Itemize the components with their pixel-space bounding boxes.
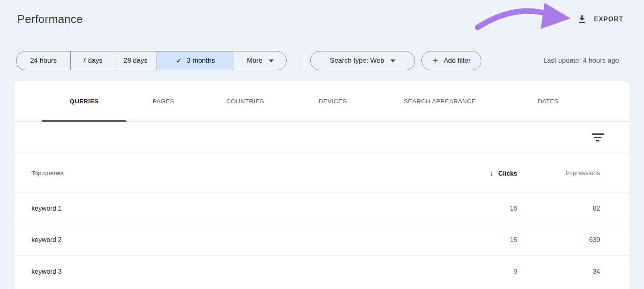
table-header-row: Top queries ↓Clicks Impressions (14, 154, 630, 193)
report-card: QUERIES PAGES COUNTRIES DEVICES SEARCH A… (14, 81, 630, 289)
add-filter-button[interactable]: + Add filter (421, 51, 481, 70)
filter-table-icon[interactable] (592, 133, 604, 142)
chevron-down-icon (269, 59, 274, 62)
query-cell: keyword 2 (14, 236, 421, 244)
tab-pages[interactable]: PAGES (126, 81, 201, 121)
tab-search-appearance[interactable]: SEARCH APPEARANCE (376, 81, 504, 121)
date-range-label: 3 months (187, 57, 215, 65)
impressions-cell: 639 (517, 236, 600, 244)
add-filter-label: Add filter (444, 57, 471, 65)
tab-devices[interactable]: DEVICES (289, 81, 376, 121)
page-header: Performance EXPORT (0, 0, 644, 40)
dimension-tabs: QUERIES PAGES COUNTRIES DEVICES SEARCH A… (14, 81, 630, 122)
checkmark-icon: ✓ (176, 56, 182, 65)
table-row[interactable]: keyword 1 16 82 (14, 193, 630, 224)
query-cell: keyword 1 (14, 205, 421, 212)
column-header-impressions[interactable]: Impressions (517, 170, 600, 177)
tab-label: QUERIES (70, 98, 99, 105)
date-range-label: 7 days (82, 57, 102, 65)
date-range-label: 24 hours (30, 57, 57, 65)
query-cell: keyword 3 (14, 268, 421, 275)
date-range-label: More (247, 57, 262, 65)
date-range-label: 28 days (124, 57, 148, 65)
tab-label: SEARCH APPEARANCE (404, 98, 476, 105)
header-divider (10, 40, 644, 40)
chevron-down-icon (390, 59, 395, 62)
search-type-label: Search type: Web (330, 57, 384, 65)
search-type-dropdown[interactable]: Search type: Web (310, 51, 415, 70)
tab-label: COUNTRIES (226, 98, 264, 105)
date-range-7-days[interactable]: 7 days (70, 51, 114, 70)
column-header-top-queries: Top queries (14, 170, 421, 177)
tab-label: PAGES (153, 98, 174, 105)
date-range-24-hours[interactable]: 24 hours (17, 51, 70, 70)
impressions-cell: 82 (517, 205, 600, 212)
clicks-cell: 16 (421, 205, 517, 212)
date-range-28-days[interactable]: 28 days (114, 51, 157, 70)
filter-bar-divider (305, 51, 305, 70)
clicks-header-label: Clicks (498, 170, 517, 177)
table-toolbar (14, 122, 630, 154)
impressions-cell: 34 (517, 268, 600, 275)
table-row[interactable]: keyword 3 9 34 (14, 256, 630, 287)
performance-page: Performance EXPORT 24 hours 7 days 2 (0, 0, 644, 289)
tab-countries[interactable]: COUNTRIES (201, 81, 289, 121)
filter-bar: 24 hours 7 days 28 days ✓ 3 months More … (0, 51, 644, 70)
date-range-group: 24 hours 7 days 28 days ✓ 3 months More (16, 51, 287, 70)
column-header-clicks[interactable]: ↓Clicks (421, 169, 517, 178)
export-button[interactable]: EXPORT (575, 10, 625, 28)
clicks-cell: 9 (421, 268, 517, 275)
download-icon (577, 14, 587, 25)
date-range-more[interactable]: More (234, 51, 286, 70)
tab-label: DATES (537, 98, 558, 105)
date-range-3-months[interactable]: ✓ 3 months (157, 51, 234, 70)
tab-queries[interactable]: QUERIES (42, 81, 126, 121)
sort-desc-icon: ↓ (490, 169, 493, 177)
annotation-arrow-icon (463, 1, 576, 35)
last-update-text: Last update: 4 hours ago (543, 51, 619, 70)
tab-label: DEVICES (318, 98, 347, 105)
page-title: Performance (17, 13, 83, 26)
table-row[interactable]: keyword 2 15 639 (14, 224, 630, 256)
clicks-cell: 15 (421, 236, 517, 244)
export-label: EXPORT (594, 16, 623, 23)
tab-dates[interactable]: DATES (504, 81, 592, 121)
plus-icon: + (432, 56, 438, 66)
